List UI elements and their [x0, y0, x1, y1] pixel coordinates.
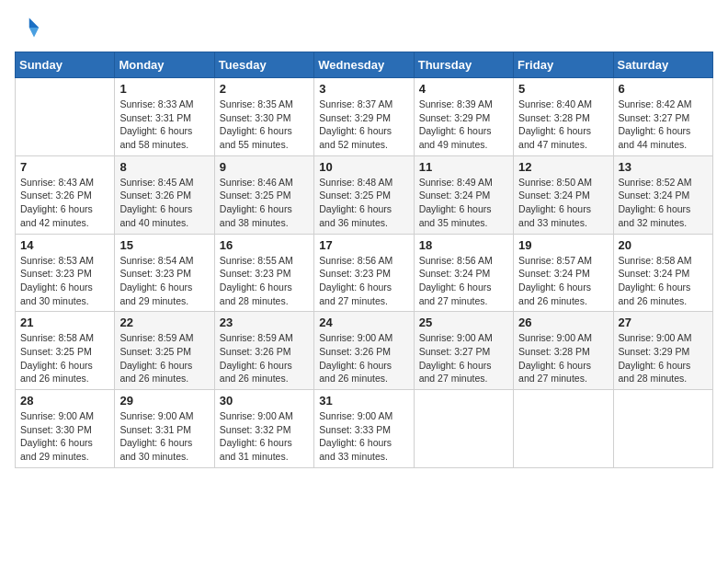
- sunrise-time: Sunrise: 8:56 AM: [419, 255, 493, 266]
- day-number: 31: [319, 394, 408, 408]
- day-info: Sunrise: 8:46 AM Sunset: 3:25 PM Dayligh…: [220, 176, 309, 230]
- sunset-time: Sunset: 3:23 PM: [319, 268, 391, 279]
- day-number: 11: [419, 160, 508, 174]
- day-info: Sunrise: 9:00 AM Sunset: 3:28 PM Dayligh…: [518, 331, 608, 385]
- calendar-cell: 26 Sunrise: 9:00 AM Sunset: 3:28 PM Dayl…: [514, 312, 613, 390]
- sunrise-time: Sunrise: 8:43 AM: [20, 177, 94, 188]
- day-info: Sunrise: 9:00 AM Sunset: 3:27 PM Dayligh…: [419, 331, 508, 385]
- day-number: 9: [220, 160, 309, 174]
- calendar-cell: 4 Sunrise: 8:39 AM Sunset: 3:29 PM Dayli…: [414, 78, 513, 156]
- day-number: 21: [20, 316, 109, 329]
- daylight-hours: Daylight: 6 hours and 26 minutes.: [119, 360, 192, 385]
- calendar-cell: 25 Sunrise: 9:00 AM Sunset: 3:27 PM Dayl…: [414, 312, 513, 390]
- day-info: Sunrise: 8:56 AM Sunset: 3:23 PM Dayligh…: [319, 254, 408, 308]
- calendar-cell: 29 Sunrise: 9:00 AM Sunset: 3:31 PM Dayl…: [115, 390, 214, 468]
- calendar-cell: 19 Sunrise: 8:57 AM Sunset: 3:24 PM Dayl…: [514, 234, 613, 312]
- day-number: 8: [119, 160, 209, 174]
- day-info: Sunrise: 8:55 AM Sunset: 3:23 PM Dayligh…: [220, 254, 309, 308]
- calendar-table: SundayMondayTuesdayWednesdayThursdayFrid…: [15, 52, 713, 468]
- calendar-week-row: 14 Sunrise: 8:53 AM Sunset: 3:23 PM Dayl…: [16, 234, 713, 312]
- sunrise-time: Sunrise: 8:37 AM: [319, 98, 392, 109]
- daylight-hours: Daylight: 6 hours and 33 minutes.: [518, 203, 591, 228]
- sunset-time: Sunset: 3:24 PM: [619, 268, 690, 279]
- sunset-time: Sunset: 3:32 PM: [220, 424, 291, 435]
- sunrise-time: Sunrise: 8:39 AM: [419, 98, 493, 109]
- daylight-hours: Daylight: 6 hours and 35 minutes.: [419, 203, 492, 228]
- day-number: 15: [119, 238, 209, 252]
- day-info: Sunrise: 9:00 AM Sunset: 3:32 PM Dayligh…: [220, 409, 309, 464]
- day-info: Sunrise: 8:52 AM Sunset: 3:24 PM Dayligh…: [619, 176, 708, 230]
- day-info: Sunrise: 8:58 AM Sunset: 3:25 PM Dayligh…: [20, 331, 109, 385]
- sunrise-time: Sunrise: 8:42 AM: [619, 98, 692, 109]
- daylight-hours: Daylight: 6 hours and 28 minutes.: [619, 360, 691, 385]
- daylight-hours: Daylight: 6 hours and 42 minutes.: [20, 203, 93, 228]
- sunrise-time: Sunrise: 9:00 AM: [119, 410, 193, 421]
- daylight-hours: Daylight: 6 hours and 44 minutes.: [619, 125, 691, 150]
- calendar-cell: 24 Sunrise: 9:00 AM Sunset: 3:26 PM Dayl…: [314, 312, 414, 390]
- day-info: Sunrise: 9:00 AM Sunset: 3:26 PM Dayligh…: [319, 331, 408, 385]
- sunrise-time: Sunrise: 8:45 AM: [119, 177, 193, 188]
- day-number: 17: [319, 238, 408, 252]
- sunrise-time: Sunrise: 8:56 AM: [319, 255, 392, 266]
- sunrise-time: Sunrise: 9:00 AM: [20, 410, 94, 421]
- sunset-time: Sunset: 3:29 PM: [319, 112, 391, 123]
- daylight-hours: Daylight: 6 hours and 55 minutes.: [220, 125, 292, 150]
- sunset-time: Sunset: 3:23 PM: [119, 268, 191, 279]
- sunrise-time: Sunrise: 8:54 AM: [119, 255, 193, 266]
- day-number: 1: [119, 82, 209, 96]
- sunrise-time: Sunrise: 9:00 AM: [220, 410, 293, 421]
- svg-marker-1: [29, 28, 40, 38]
- daylight-hours: Daylight: 6 hours and 58 minutes.: [119, 125, 192, 150]
- calendar-week-row: 1 Sunrise: 8:33 AM Sunset: 3:31 PM Dayli…: [16, 78, 713, 156]
- sunrise-time: Sunrise: 8:59 AM: [220, 332, 293, 343]
- sunrise-time: Sunrise: 8:53 AM: [20, 255, 94, 266]
- sunrise-time: Sunrise: 8:33 AM: [119, 98, 193, 109]
- calendar-cell: 7 Sunrise: 8:43 AM Sunset: 3:26 PM Dayli…: [16, 155, 115, 234]
- day-info: Sunrise: 8:53 AM Sunset: 3:23 PM Dayligh…: [20, 254, 109, 308]
- sunset-time: Sunset: 3:26 PM: [20, 190, 92, 201]
- sunset-time: Sunset: 3:31 PM: [119, 424, 191, 435]
- sunset-time: Sunset: 3:25 PM: [220, 190, 291, 201]
- daylight-hours: Daylight: 6 hours and 52 minutes.: [319, 125, 392, 150]
- day-info: Sunrise: 8:56 AM Sunset: 3:24 PM Dayligh…: [419, 254, 508, 308]
- calendar-cell: 28 Sunrise: 9:00 AM Sunset: 3:30 PM Dayl…: [16, 390, 115, 468]
- daylight-hours: Daylight: 6 hours and 49 minutes.: [419, 125, 492, 150]
- sunrise-time: Sunrise: 9:00 AM: [419, 332, 493, 343]
- sunrise-time: Sunrise: 8:50 AM: [518, 177, 592, 188]
- calendar-cell: 9 Sunrise: 8:46 AM Sunset: 3:25 PM Dayli…: [214, 155, 313, 234]
- sunrise-time: Sunrise: 8:58 AM: [20, 332, 94, 343]
- daylight-hours: Daylight: 6 hours and 30 minutes.: [20, 282, 93, 306]
- sunrise-time: Sunrise: 8:49 AM: [419, 177, 493, 188]
- day-info: Sunrise: 8:39 AM Sunset: 3:29 PM Dayligh…: [419, 98, 508, 152]
- daylight-hours: Daylight: 6 hours and 26 minutes.: [220, 360, 292, 385]
- daylight-hours: Daylight: 6 hours and 28 minutes.: [220, 282, 292, 306]
- sunset-time: Sunset: 3:27 PM: [619, 112, 690, 123]
- weekday-header-row: SundayMondayTuesdayWednesdayThursdayFrid…: [16, 52, 713, 78]
- weekday-header-monday: Monday: [115, 52, 214, 78]
- day-info: Sunrise: 8:43 AM Sunset: 3:26 PM Dayligh…: [20, 176, 109, 230]
- weekday-header-sunday: Sunday: [16, 52, 115, 78]
- calendar-cell: 21 Sunrise: 8:58 AM Sunset: 3:25 PM Dayl…: [16, 312, 115, 390]
- calendar-cell: 8 Sunrise: 8:45 AM Sunset: 3:26 PM Dayli…: [115, 155, 214, 234]
- day-info: Sunrise: 8:58 AM Sunset: 3:24 PM Dayligh…: [619, 254, 708, 308]
- daylight-hours: Daylight: 6 hours and 30 minutes.: [119, 437, 192, 462]
- sunset-time: Sunset: 3:28 PM: [518, 346, 590, 357]
- weekday-header-tuesday: Tuesday: [214, 52, 313, 78]
- calendar-cell: 18 Sunrise: 8:56 AM Sunset: 3:24 PM Dayl…: [414, 234, 513, 312]
- daylight-hours: Daylight: 6 hours and 27 minutes.: [319, 282, 392, 306]
- calendar-cell: 1 Sunrise: 8:33 AM Sunset: 3:31 PM Dayli…: [115, 78, 214, 156]
- daylight-hours: Daylight: 6 hours and 26 minutes.: [319, 360, 392, 385]
- sunset-time: Sunset: 3:30 PM: [220, 112, 291, 123]
- day-number: 30: [220, 394, 309, 408]
- calendar-cell: 16 Sunrise: 8:55 AM Sunset: 3:23 PM Dayl…: [214, 234, 313, 312]
- calendar-cell: 5 Sunrise: 8:40 AM Sunset: 3:28 PM Dayli…: [514, 78, 613, 156]
- calendar-cell: [16, 78, 115, 156]
- daylight-hours: Daylight: 6 hours and 29 minutes.: [20, 437, 93, 462]
- day-info: Sunrise: 8:37 AM Sunset: 3:29 PM Dayligh…: [319, 98, 408, 152]
- day-number: 6: [619, 82, 708, 96]
- day-number: 13: [619, 160, 708, 174]
- sunset-time: Sunset: 3:23 PM: [20, 268, 92, 279]
- day-number: 26: [518, 316, 608, 329]
- calendar-cell: 30 Sunrise: 9:00 AM Sunset: 3:32 PM Dayl…: [214, 390, 313, 468]
- calendar-cell: 14 Sunrise: 8:53 AM Sunset: 3:23 PM Dayl…: [16, 234, 115, 312]
